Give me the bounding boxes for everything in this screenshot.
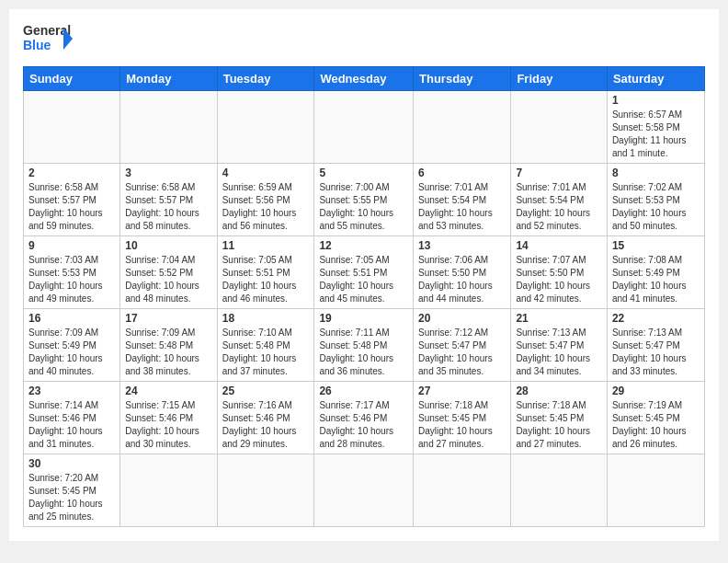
- day-number: 25: [222, 385, 310, 397]
- weekday-header-wednesday: Wednesday: [314, 67, 414, 91]
- calendar-cell: 4Sunrise: 6:59 AM Sunset: 5:56 PM Daylig…: [217, 164, 314, 236]
- cell-content: 8Sunrise: 7:02 AM Sunset: 5:53 PM Daylig…: [612, 167, 700, 233]
- day-info: Sunrise: 7:19 AM Sunset: 5:45 PM Dayligh…: [612, 399, 700, 451]
- calendar-cell: 3Sunrise: 6:58 AM Sunset: 5:57 PM Daylig…: [120, 164, 217, 236]
- day-info: Sunrise: 7:07 AM Sunset: 5:50 PM Dayligh…: [516, 254, 602, 305]
- calendar-cell: 8Sunrise: 7:02 AM Sunset: 5:53 PM Daylig…: [607, 164, 704, 236]
- calendar-cell: [511, 454, 608, 527]
- calendar-cell: 16Sunrise: 7:09 AM Sunset: 5:49 PM Dayli…: [24, 309, 120, 382]
- day-info: Sunrise: 7:00 AM Sunset: 5:55 PM Dayligh…: [319, 181, 408, 233]
- calendar-cell: 7Sunrise: 7:01 AM Sunset: 5:54 PM Daylig…: [511, 164, 608, 236]
- day-number: 9: [28, 239, 115, 252]
- cell-content: 9Sunrise: 7:03 AM Sunset: 5:53 PM Daylig…: [28, 239, 115, 305]
- day-info: Sunrise: 7:03 AM Sunset: 5:53 PM Dayligh…: [28, 254, 115, 305]
- day-info: Sunrise: 7:04 AM Sunset: 5:52 PM Dayligh…: [125, 254, 211, 305]
- calendar-cell: 25Sunrise: 7:16 AM Sunset: 5:46 PM Dayli…: [217, 382, 314, 454]
- cell-content: 13Sunrise: 7:06 AM Sunset: 5:50 PM Dayli…: [418, 239, 506, 305]
- day-number: 17: [125, 312, 211, 325]
- weekday-header-row: SundayMondayTuesdayWednesdayThursdayFrid…: [24, 67, 705, 91]
- day-number: 18: [222, 312, 310, 325]
- calendar-cell: [511, 91, 608, 164]
- day-info: Sunrise: 7:09 AM Sunset: 5:48 PM Dayligh…: [125, 327, 211, 378]
- day-info: Sunrise: 7:15 AM Sunset: 5:46 PM Dayligh…: [125, 399, 211, 451]
- calendar-cell: 5Sunrise: 7:00 AM Sunset: 5:55 PM Daylig…: [314, 164, 414, 236]
- calendar-week-row: 2Sunrise: 6:58 AM Sunset: 5:57 PM Daylig…: [24, 164, 705, 236]
- calendar-week-row: 30Sunrise: 7:20 AM Sunset: 5:45 PM Dayli…: [24, 454, 705, 527]
- header: GeneralBlue: [23, 18, 705, 59]
- day-info: Sunrise: 7:05 AM Sunset: 5:51 PM Dayligh…: [319, 254, 408, 305]
- day-info: Sunrise: 7:06 AM Sunset: 5:50 PM Dayligh…: [418, 254, 506, 305]
- cell-content: 2Sunrise: 6:58 AM Sunset: 5:57 PM Daylig…: [28, 167, 115, 233]
- day-number: 23: [28, 385, 115, 397]
- cell-content: 14Sunrise: 7:07 AM Sunset: 5:50 PM Dayli…: [516, 239, 602, 305]
- cell-content: 3Sunrise: 6:58 AM Sunset: 5:57 PM Daylig…: [125, 167, 211, 233]
- svg-text:Blue: Blue: [23, 38, 51, 52]
- day-info: Sunrise: 6:59 AM Sunset: 5:56 PM Dayligh…: [222, 181, 310, 233]
- calendar-container: GeneralBlue SundayMondayTuesdayWednesday…: [9, 9, 719, 541]
- calendar-cell: 18Sunrise: 7:10 AM Sunset: 5:48 PM Dayli…: [217, 309, 314, 382]
- cell-content: 16Sunrise: 7:09 AM Sunset: 5:49 PM Dayli…: [28, 312, 115, 378]
- weekday-header-tuesday: Tuesday: [217, 67, 314, 91]
- calendar-cell: [314, 91, 414, 164]
- cell-content: 21Sunrise: 7:13 AM Sunset: 5:47 PM Dayli…: [516, 312, 602, 378]
- cell-content: 27Sunrise: 7:18 AM Sunset: 5:45 PM Dayli…: [418, 385, 506, 451]
- day-number: 3: [125, 167, 211, 179]
- cell-content: 22Sunrise: 7:13 AM Sunset: 5:47 PM Dayli…: [612, 312, 700, 378]
- day-number: 6: [418, 167, 506, 179]
- day-info: Sunrise: 7:17 AM Sunset: 5:46 PM Dayligh…: [319, 399, 408, 451]
- day-info: Sunrise: 7:08 AM Sunset: 5:49 PM Dayligh…: [612, 254, 700, 305]
- cell-content: 7Sunrise: 7:01 AM Sunset: 5:54 PM Daylig…: [516, 167, 602, 233]
- day-number: 7: [516, 167, 602, 179]
- day-number: 8: [612, 167, 700, 179]
- calendar-cell: [414, 454, 511, 527]
- calendar-cell: 11Sunrise: 7:05 AM Sunset: 5:51 PM Dayli…: [217, 236, 314, 309]
- day-info: Sunrise: 6:58 AM Sunset: 5:57 PM Dayligh…: [125, 181, 211, 233]
- day-number: 28: [516, 385, 602, 397]
- day-number: 27: [418, 385, 506, 397]
- calendar-cell: 20Sunrise: 7:12 AM Sunset: 5:47 PM Dayli…: [414, 309, 511, 382]
- calendar-cell: 9Sunrise: 7:03 AM Sunset: 5:53 PM Daylig…: [24, 236, 120, 309]
- calendar-week-row: 16Sunrise: 7:09 AM Sunset: 5:49 PM Dayli…: [24, 309, 705, 382]
- calendar-cell: [414, 91, 511, 164]
- logo: GeneralBlue: [23, 18, 78, 59]
- weekday-header-thursday: Thursday: [414, 67, 511, 91]
- day-info: Sunrise: 7:16 AM Sunset: 5:46 PM Dayligh…: [222, 399, 310, 451]
- day-number: 24: [125, 385, 211, 397]
- calendar-table: SundayMondayTuesdayWednesdayThursdayFrid…: [23, 66, 705, 527]
- calendar-cell: 22Sunrise: 7:13 AM Sunset: 5:47 PM Dayli…: [607, 309, 704, 382]
- calendar-cell: 26Sunrise: 7:17 AM Sunset: 5:46 PM Dayli…: [314, 382, 414, 454]
- day-number: 1: [612, 94, 700, 107]
- day-info: Sunrise: 6:58 AM Sunset: 5:57 PM Dayligh…: [28, 181, 115, 233]
- day-info: Sunrise: 7:18 AM Sunset: 5:45 PM Dayligh…: [418, 399, 506, 451]
- day-info: Sunrise: 7:14 AM Sunset: 5:46 PM Dayligh…: [28, 399, 115, 451]
- calendar-cell: [120, 91, 217, 164]
- cell-content: 28Sunrise: 7:18 AM Sunset: 5:45 PM Dayli…: [516, 385, 602, 451]
- day-number: 21: [516, 312, 602, 325]
- day-number: 29: [612, 385, 700, 397]
- calendar-cell: 14Sunrise: 7:07 AM Sunset: 5:50 PM Dayli…: [511, 236, 608, 309]
- calendar-cell: 13Sunrise: 7:06 AM Sunset: 5:50 PM Dayli…: [414, 236, 511, 309]
- cell-content: 5Sunrise: 7:00 AM Sunset: 5:55 PM Daylig…: [319, 167, 408, 233]
- cell-content: 20Sunrise: 7:12 AM Sunset: 5:47 PM Dayli…: [418, 312, 506, 378]
- day-info: Sunrise: 7:11 AM Sunset: 5:48 PM Dayligh…: [319, 327, 408, 378]
- day-number: 11: [222, 239, 310, 252]
- weekday-header-saturday: Saturday: [607, 67, 704, 91]
- day-number: 19: [319, 312, 408, 325]
- calendar-cell: 21Sunrise: 7:13 AM Sunset: 5:47 PM Dayli…: [511, 309, 608, 382]
- day-info: Sunrise: 7:05 AM Sunset: 5:51 PM Dayligh…: [222, 254, 310, 305]
- cell-content: 19Sunrise: 7:11 AM Sunset: 5:48 PM Dayli…: [319, 312, 408, 378]
- calendar-cell: [217, 91, 314, 164]
- calendar-cell: 12Sunrise: 7:05 AM Sunset: 5:51 PM Dayli…: [314, 236, 414, 309]
- weekday-header-friday: Friday: [511, 67, 608, 91]
- day-info: Sunrise: 7:12 AM Sunset: 5:47 PM Dayligh…: [418, 327, 506, 378]
- day-number: 22: [612, 312, 700, 325]
- calendar-cell: 15Sunrise: 7:08 AM Sunset: 5:49 PM Dayli…: [607, 236, 704, 309]
- day-number: 15: [612, 239, 700, 252]
- day-number: 16: [28, 312, 115, 325]
- day-number: 30: [28, 457, 115, 470]
- cell-content: 26Sunrise: 7:17 AM Sunset: 5:46 PM Dayli…: [319, 385, 408, 451]
- day-number: 26: [319, 385, 408, 397]
- cell-content: 4Sunrise: 6:59 AM Sunset: 5:56 PM Daylig…: [222, 167, 310, 233]
- day-number: 12: [319, 239, 408, 252]
- cell-content: 30Sunrise: 7:20 AM Sunset: 5:45 PM Dayli…: [28, 457, 115, 523]
